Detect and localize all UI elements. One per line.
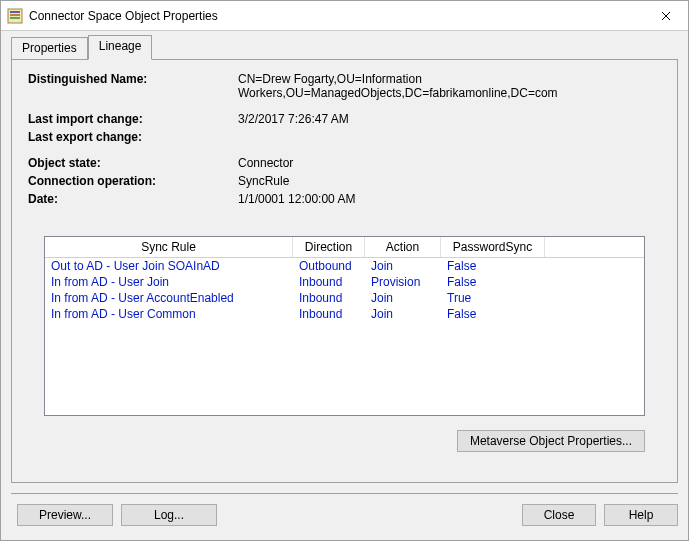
window-controls <box>643 1 688 30</box>
cell-sync-rule: In from AD - User Join <box>45 274 293 290</box>
cell-direction: Outbound <box>293 258 365 274</box>
sync-rule-grid: Sync Rule Direction Action PasswordSync … <box>44 236 645 416</box>
cell-direction: Inbound <box>293 274 365 290</box>
row-object-state: Object state: Connector <box>28 156 661 170</box>
cell-sync-rule: In from AD - User Common <box>45 306 293 322</box>
row-connection-operation: Connection operation: SyncRule <box>28 174 661 188</box>
col-header-sync-rule[interactable]: Sync Rule <box>45 237 293 257</box>
tab-lineage[interactable]: Lineage <box>88 35 153 60</box>
help-button[interactable]: Help <box>604 504 678 526</box>
label-last-export: Last export change: <box>28 130 238 144</box>
metaverse-button-row: Metaverse Object Properties... <box>28 430 645 452</box>
row-last-export: Last export change: <box>28 130 661 144</box>
cell-direction: Inbound <box>293 306 365 322</box>
col-header-action[interactable]: Action <box>365 237 441 257</box>
cell-action: Join <box>365 290 441 306</box>
client-area: Properties Lineage Distinguished Name: C… <box>1 31 688 540</box>
tab-properties[interactable]: Properties <box>11 37 88 60</box>
col-header-direction[interactable]: Direction <box>293 237 365 257</box>
titlebar: Connector Space Object Properties <box>1 1 688 31</box>
label-connection-operation: Connection operation: <box>28 174 238 188</box>
cell-action: Provision <box>365 274 441 290</box>
window-title: Connector Space Object Properties <box>29 9 643 23</box>
svg-rect-2 <box>10 14 20 16</box>
tabpage-lineage: Distinguished Name: CN=Drew Fogarty,OU=I… <box>11 59 678 483</box>
close-icon[interactable] <box>643 1 688 30</box>
label-last-import: Last import change: <box>28 112 238 126</box>
row-date: Date: 1/1/0001 12:00:00 AM <box>28 192 661 206</box>
cell-password-sync: False <box>441 258 545 274</box>
close-button[interactable]: Close <box>522 504 596 526</box>
value-last-import: 3/2/2017 7:26:47 AM <box>238 112 661 126</box>
cell-direction: Inbound <box>293 290 365 306</box>
cell-sync-rule: Out to AD - User Join SOAInAD <box>45 258 293 274</box>
cell-password-sync: True <box>441 290 545 306</box>
svg-rect-3 <box>10 17 20 19</box>
metaverse-properties-button[interactable]: Metaverse Object Properties... <box>457 430 645 452</box>
col-header-password-sync[interactable]: PasswordSync <box>441 237 545 257</box>
dialog-window: Connector Space Object Properties Proper… <box>0 0 689 541</box>
cell-action: Join <box>365 306 441 322</box>
bottom-button-bar: Preview... Log... Close Help <box>11 504 678 530</box>
value-object-state: Connector <box>238 156 661 170</box>
svg-rect-1 <box>10 11 20 13</box>
value-last-export <box>238 130 661 144</box>
grid-body: Out to AD - User Join SOAInADOutboundJoi… <box>45 258 644 415</box>
table-row[interactable]: Out to AD - User Join SOAInADOutboundJoi… <box>45 258 644 274</box>
label-date: Date: <box>28 192 238 206</box>
grid-header: Sync Rule Direction Action PasswordSync <box>45 237 644 258</box>
table-row[interactable]: In from AD - User CommonInboundJoinFalse <box>45 306 644 322</box>
log-button[interactable]: Log... <box>121 504 217 526</box>
app-icon <box>7 8 23 24</box>
table-row[interactable]: In from AD - User JoinInboundProvisionFa… <box>45 274 644 290</box>
cell-password-sync: False <box>441 274 545 290</box>
table-row[interactable]: In from AD - User AccountEnabledInboundJ… <box>45 290 644 306</box>
cell-password-sync: False <box>441 306 545 322</box>
row-last-import: Last import change: 3/2/2017 7:26:47 AM <box>28 112 661 126</box>
row-distinguished-name: Distinguished Name: CN=Drew Fogarty,OU=I… <box>28 72 661 100</box>
label-object-state: Object state: <box>28 156 238 170</box>
value-distinguished-name: CN=Drew Fogarty,OU=Information Workers,O… <box>238 72 661 100</box>
preview-button[interactable]: Preview... <box>17 504 113 526</box>
label-distinguished-name: Distinguished Name: <box>28 72 238 100</box>
cell-action: Join <box>365 258 441 274</box>
cell-sync-rule: In from AD - User AccountEnabled <box>45 290 293 306</box>
tabstrip: Properties Lineage <box>11 35 678 60</box>
value-connection-operation: SyncRule <box>238 174 661 188</box>
divider <box>11 493 678 494</box>
value-date: 1/1/0001 12:00:00 AM <box>238 192 661 206</box>
